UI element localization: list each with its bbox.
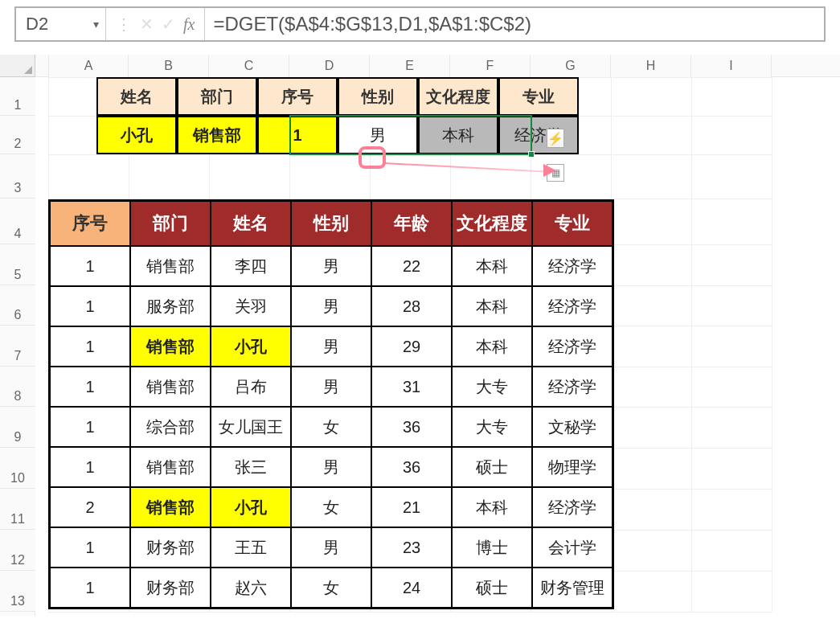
- row-header[interactable]: 13: [0, 571, 35, 612]
- table-cell[interactable]: 男: [291, 367, 371, 407]
- criteria-header-cell[interactable]: 专业: [498, 77, 579, 116]
- table-cell[interactable]: 本科: [452, 246, 532, 286]
- column-header[interactable]: B: [129, 55, 209, 77]
- row-header[interactable]: 4: [0, 199, 35, 244]
- criteria-value-cell[interactable]: 1: [257, 116, 338, 154]
- column-header[interactable]: F: [450, 55, 531, 77]
- row-header[interactable]: 7: [0, 326, 35, 367]
- table-cell[interactable]: 经济学: [532, 326, 613, 367]
- table-header-cell[interactable]: 专业: [532, 201, 613, 246]
- row-header[interactable]: 5: [0, 244, 35, 285]
- table-cell[interactable]: 男: [291, 246, 371, 286]
- table-header-cell[interactable]: 部门: [130, 201, 211, 246]
- table-cell[interactable]: 22: [371, 246, 452, 286]
- table-cell[interactable]: 女: [291, 407, 371, 447]
- table-cell[interactable]: 经济学: [532, 487, 613, 527]
- table-cell[interactable]: 销售部: [130, 447, 211, 487]
- flash-fill-icon[interactable]: ⚡: [547, 129, 564, 148]
- row-header[interactable]: 3: [0, 154, 35, 199]
- criteria-header-cell[interactable]: 文化程度: [418, 77, 498, 116]
- table-cell[interactable]: 财务管理: [532, 568, 613, 608]
- table-cell[interactable]: 36: [371, 447, 452, 487]
- criteria-value-cell[interactable]: 经济学: [498, 116, 579, 154]
- table-header-cell[interactable]: 文化程度: [452, 201, 532, 246]
- selection-fill-handle[interactable]: [528, 151, 535, 158]
- column-header[interactable]: E: [370, 55, 450, 77]
- table-cell[interactable]: 李四: [211, 246, 291, 286]
- row-header[interactable]: 11: [0, 489, 35, 530]
- table-cell[interactable]: 23: [371, 527, 452, 568]
- table-cell[interactable]: 21: [371, 487, 452, 527]
- table-cell[interactable]: 经济学: [532, 246, 613, 286]
- table-cell[interactable]: 本科: [452, 487, 532, 527]
- table-cell[interactable]: 本科: [452, 326, 532, 367]
- table-cell[interactable]: 2: [50, 487, 130, 527]
- table-cell[interactable]: 大专: [452, 367, 532, 407]
- table-cell[interactable]: 1: [50, 326, 130, 367]
- table-cell[interactable]: 关羽: [211, 286, 291, 326]
- table-cell[interactable]: 王五: [211, 527, 291, 568]
- table-cell[interactable]: 经济学: [532, 367, 613, 407]
- row-header[interactable]: 9: [0, 407, 35, 448]
- formula-input[interactable]: =DGET($A$4:$G$13,D1,$A$1:$C$2): [205, 8, 824, 40]
- chevron-down-icon[interactable]: ▾: [93, 18, 99, 31]
- row-header[interactable]: 8: [0, 367, 35, 407]
- criteria-header-cell[interactable]: 姓名: [96, 77, 177, 116]
- table-cell[interactable]: 1: [50, 407, 130, 447]
- criteria-value-cell[interactable]: 本科: [418, 116, 498, 154]
- cancel-icon[interactable]: ✕: [140, 14, 154, 34]
- table-cell[interactable]: 1: [50, 246, 130, 286]
- row-header[interactable]: 2: [0, 116, 35, 154]
- table-cell[interactable]: 博士: [452, 527, 532, 568]
- criteria-value-cell[interactable]: 小孔: [96, 116, 177, 154]
- row-header[interactable]: 1: [0, 77, 35, 116]
- table-cell[interactable]: 28: [371, 286, 452, 326]
- select-all-corner[interactable]: [0, 55, 35, 77]
- table-cell[interactable]: 1: [50, 447, 130, 487]
- column-header[interactable]: A: [48, 55, 129, 77]
- table-cell[interactable]: 小孔: [211, 487, 291, 527]
- table-cell[interactable]: 1: [50, 527, 130, 568]
- row-header[interactable]: 10: [0, 448, 35, 489]
- table-cell[interactable]: 女: [291, 568, 371, 608]
- table-header-cell[interactable]: 姓名: [211, 201, 291, 246]
- table-cell[interactable]: 物理学: [532, 447, 613, 487]
- table-header-cell[interactable]: 年龄: [371, 201, 452, 246]
- column-header[interactable]: H: [611, 55, 691, 77]
- table-cell[interactable]: 男: [291, 326, 371, 367]
- table-cell[interactable]: 综合部: [130, 407, 211, 447]
- table-cell[interactable]: 女: [291, 487, 371, 527]
- column-header[interactable]: D: [289, 55, 370, 77]
- name-box[interactable]: D2 ▾: [16, 8, 106, 40]
- column-header[interactable]: C: [209, 55, 289, 77]
- row-header[interactable]: 6: [0, 285, 35, 326]
- table-cell[interactable]: 24: [371, 568, 452, 608]
- table-cell[interactable]: 财务部: [130, 527, 211, 568]
- table-cell[interactable]: 销售部: [130, 246, 211, 286]
- table-cell[interactable]: 硕士: [452, 568, 532, 608]
- table-cell[interactable]: 36: [371, 407, 452, 447]
- criteria-header-cell[interactable]: 性别: [338, 77, 418, 116]
- table-cell[interactable]: 销售部: [130, 326, 211, 367]
- table-cell[interactable]: 本科: [452, 286, 532, 326]
- table-cell[interactable]: 财务部: [130, 568, 211, 608]
- table-cell[interactable]: 赵六: [211, 568, 291, 608]
- table-cell[interactable]: 1: [50, 568, 130, 608]
- table-cell[interactable]: 31: [371, 367, 452, 407]
- table-cell[interactable]: 服务部: [130, 286, 211, 326]
- table-cell[interactable]: 吕布: [211, 367, 291, 407]
- table-cell[interactable]: 硕士: [452, 447, 532, 487]
- table-cell[interactable]: 销售部: [130, 487, 211, 527]
- table-cell[interactable]: 销售部: [130, 367, 211, 407]
- table-cell[interactable]: 男: [291, 447, 371, 487]
- column-header[interactable]: G: [531, 55, 611, 77]
- row-header[interactable]: 12: [0, 530, 35, 571]
- enter-icon[interactable]: ✓: [162, 14, 175, 34]
- table-cell[interactable]: 1: [50, 367, 130, 407]
- table-cell[interactable]: 女儿国王: [211, 407, 291, 447]
- table-cell[interactable]: 经济学: [532, 286, 613, 326]
- table-cell[interactable]: 大专: [452, 407, 532, 447]
- table-cell[interactable]: 男: [291, 527, 371, 568]
- criteria-header-cell[interactable]: 部门: [177, 77, 257, 116]
- table-cell[interactable]: 张三: [211, 447, 291, 487]
